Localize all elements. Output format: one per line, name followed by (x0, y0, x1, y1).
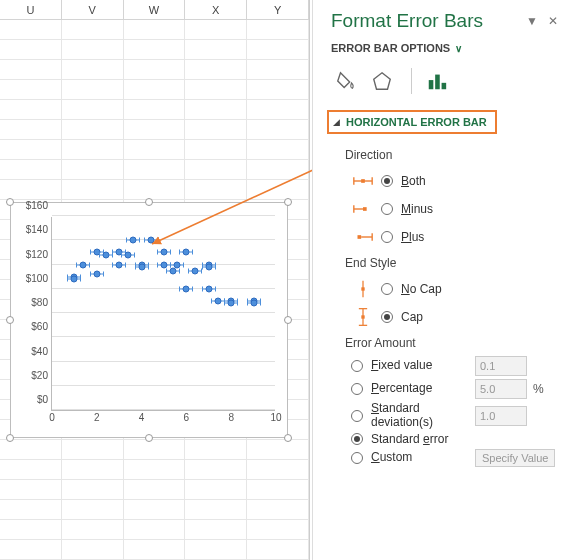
amount-fixed[interactable]: Fixed value (351, 356, 558, 376)
resize-handle[interactable] (6, 434, 14, 442)
resize-handle[interactable] (145, 434, 153, 442)
plus-icon (352, 227, 374, 247)
col-header[interactable]: Y (247, 0, 309, 19)
svg-rect-20 (361, 315, 364, 318)
amount-stderr[interactable]: Standard error (351, 433, 558, 447)
percent-sign: % (533, 382, 544, 396)
dropdown-icon[interactable]: ▼ (526, 14, 538, 28)
minus-icon (352, 199, 374, 219)
endstyle-cap[interactable]: Cap (345, 304, 558, 330)
endstyle-nocap[interactable]: No Cap (345, 276, 558, 302)
col-header[interactable]: W (124, 0, 186, 19)
options-dropdown[interactable]: Error Bar Options ∨ (331, 42, 558, 54)
svg-rect-2 (429, 80, 434, 89)
col-header[interactable]: X (185, 0, 247, 19)
resize-handle[interactable] (6, 316, 14, 324)
radio[interactable] (381, 231, 393, 243)
both-icon (352, 171, 374, 191)
resize-handle[interactable] (284, 198, 292, 206)
nocap-icon (352, 279, 374, 299)
svg-rect-11 (363, 207, 367, 211)
effects-icon[interactable] (371, 70, 393, 92)
bar-options-icon[interactable] (426, 70, 448, 92)
svg-rect-8 (361, 179, 365, 183)
percentage-input (475, 379, 527, 399)
resize-handle[interactable] (145, 198, 153, 206)
radio[interactable] (351, 383, 363, 395)
cap-icon (352, 307, 374, 327)
svg-marker-1 (374, 73, 391, 90)
direction-label: Direction (345, 148, 558, 162)
divider (411, 68, 412, 94)
svg-rect-3 (435, 75, 440, 90)
radio[interactable] (381, 203, 393, 215)
amount-stdev[interactable]: Standard deviation(s) (351, 402, 558, 430)
close-icon[interactable]: ✕ (548, 14, 558, 28)
radio[interactable] (381, 283, 393, 295)
format-pane: Format Error Bars ▼ ✕ Error Bar Options … (312, 0, 572, 560)
amount-custom[interactable]: Custom Specify Value (351, 449, 558, 467)
resize-handle[interactable] (6, 198, 14, 206)
radio[interactable] (381, 175, 393, 187)
resize-handle[interactable] (284, 434, 292, 442)
resize-handle[interactable] (284, 316, 292, 324)
radio[interactable] (351, 452, 363, 464)
chart-object[interactable]: $0$20$40$60$80$100$120$140$1600246810 (10, 202, 288, 438)
chevron-down-icon: ∨ (455, 43, 462, 54)
fill-line-icon[interactable] (335, 70, 357, 92)
radio[interactable] (381, 311, 393, 323)
plot-area[interactable]: $0$20$40$60$80$100$120$140$1600246810 (51, 217, 275, 411)
specify-value-button: Specify Value (475, 449, 555, 467)
column-headers: U V W X Y (0, 0, 309, 20)
radio[interactable] (351, 360, 363, 372)
pane-title: Format Error Bars (331, 10, 483, 32)
direction-plus[interactable]: Plus (345, 224, 558, 250)
col-header[interactable]: V (62, 0, 124, 19)
svg-rect-4 (442, 83, 447, 89)
section-header[interactable]: ◢ Horizontal Error Bar (327, 110, 497, 134)
amount-percentage[interactable]: Percentage % (351, 379, 558, 399)
fixed-value-input (475, 356, 527, 376)
direction-minus[interactable]: Minus (345, 196, 558, 222)
collapse-icon: ◢ (333, 117, 340, 127)
svg-rect-12 (358, 235, 362, 239)
stdev-input (475, 406, 527, 426)
svg-rect-16 (361, 287, 364, 290)
radio[interactable] (351, 433, 363, 445)
amount-label: Error Amount (345, 336, 558, 350)
col-header[interactable]: U (0, 0, 62, 19)
radio[interactable] (351, 410, 363, 422)
direction-both[interactable]: Both (345, 168, 558, 194)
endstyle-label: End Style (345, 256, 558, 270)
